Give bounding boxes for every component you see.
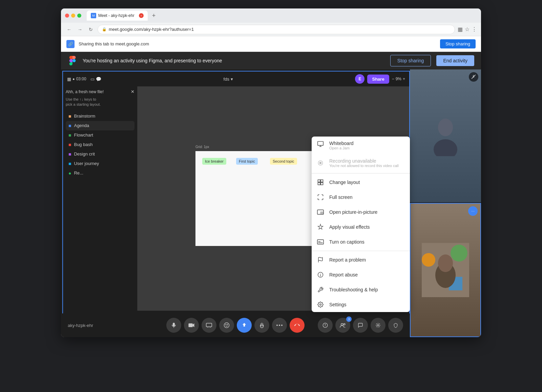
figma-avatar-small: ● [72,77,75,81]
browser-stop-sharing-button[interactable]: Stop sharing [440,39,476,48]
visual-effects-label: Apply visual effects [329,224,404,230]
zoom-in-button[interactable]: + [403,77,405,81]
menu-item-visual-effects[interactable]: Apply visual effects [312,220,410,234]
change-layout-label: Change layout [329,180,404,185]
figma-share-button[interactable]: Share [367,75,389,84]
new-tab-button[interactable]: + [149,11,159,20]
menu-item-change-layout[interactable]: Change layout [312,175,410,190]
chat-button[interactable] [353,318,368,333]
menu-item-troubleshooting[interactable]: Troubleshooting & help [312,282,410,297]
menu-divider-2 [312,251,410,251]
recording-sublabel: You're not allowed to record this video … [329,164,404,168]
panel-close-icon[interactable]: ✕ [131,89,134,94]
more-options-button[interactable] [272,318,287,333]
figma-left-panel: Ahh, a fresh new file! ✕ Use the ↑↓ keys… [63,86,138,311]
template-bugbash[interactable]: ■ Bug bash [66,140,134,149]
people-button[interactable]: 3 [335,318,350,333]
menu-item-report-problem[interactable]: Report a problem [312,252,410,267]
sticky-ice-breaker: Ice breaker [202,158,226,165]
zoom-out-button[interactable]: − [392,77,394,81]
svg-rect-43 [318,180,320,182]
svg-point-28 [227,324,228,325]
end-call-button[interactable] [290,318,305,333]
menu-item-full-screen[interactable]: Full screen [312,190,410,205]
end-activity-button[interactable]: End activity [436,55,474,66]
panel-subtitle: Use the ↑↓ keys topick a starting layout… [66,97,134,107]
re-icon: ● [68,170,71,176]
menu-item-settings[interactable]: Settings [312,297,410,312]
person-1-bg [410,69,481,202]
mute-overlay-1 [469,72,478,82]
share-screen-button[interactable] [237,318,252,333]
traffic-lights [65,14,81,18]
svg-rect-44 [321,180,323,182]
captions-label: Turn on captions [329,239,404,245]
flowchart-icon: ■ [68,132,71,138]
mic-button[interactable] [166,318,181,333]
sharing-text: Sharing this tab to meet.google.com [79,41,436,46]
menu-item-pip[interactable]: Open picture-in-picture [312,205,410,220]
tab-close-button[interactable]: × [139,13,144,18]
stop-sharing-meet-button[interactable]: Stop sharing [390,55,431,66]
troubleshooting-label: Troubleshooting & help [329,287,404,292]
info-button[interactable] [318,318,333,333]
template-userjourney[interactable]: ■ User journey [66,159,134,168]
svg-point-42 [319,162,321,164]
menu-item-report-abuse[interactable]: Report abuse [312,267,410,282]
minimize-window-button[interactable] [71,14,75,18]
whiteboard-icon [317,141,324,147]
url-bar[interactable]: 🔒 meet.google.com/aky-hzpk-ehr?authuser=… [98,25,455,34]
wrench-icon [317,286,324,293]
svg-point-37 [377,325,379,326]
tab-favicon: M [91,13,96,18]
template-label: Bug bash [74,142,92,147]
video-panels: ⋯ [410,69,481,337]
present-button[interactable] [202,318,216,333]
emoji-button[interactable] [219,318,234,333]
sticky-second-topic: Second topic [270,158,297,165]
template-flowchart[interactable]: ■ Flowchart [66,130,134,140]
panel-title: Ahh, a fresh new file! [66,89,104,94]
svg-point-29 [276,325,278,326]
zoom-value: 9% [396,77,401,81]
template-label: Design crit [74,151,95,157]
settings-label: Settings [329,302,404,307]
safety-button[interactable] [388,318,403,333]
template-designcrit[interactable]: ■ Design crit [66,149,134,159]
title-bar: M Meet - aky-hzpk-ehr × + [61,8,481,23]
raise-hand-button[interactable] [254,318,269,333]
menu-item-whiteboard[interactable]: Whiteboard Open a Jam [312,137,410,154]
maximize-window-button[interactable] [77,14,81,18]
menu-icon[interactable]: ⋮ [472,26,477,33]
browser-toolbar-icons: ▦ ☆ ⋮ [458,26,477,33]
template-brainstorm[interactable]: ■ Brainstorm [66,111,134,121]
template-re[interactable]: ● Re... [66,168,134,178]
figma-chat-icon[interactable]: 💬 [96,77,101,82]
menu-item-captions[interactable]: Turn on captions [312,234,410,249]
fullscreen-icon [317,194,324,201]
bottom-controls [166,318,305,333]
whiteboard-label: Whiteboard Open a Jam [329,141,404,150]
meet-main: ▦ ● 03:00 ▭ 💬 fds ▾ E Share − [61,69,481,337]
meet-bottom-bar: aky-hzpk-ehr [61,313,410,337]
figma-frame-icon[interactable]: ▭ [90,77,95,82]
activities-button[interactable] [371,318,385,333]
bookmark-icon[interactable]: ☆ [465,26,470,33]
close-window-button[interactable] [65,14,69,18]
fullscreen-label: Full screen [329,194,404,200]
figma-grid-icon[interactable]: ▦ [67,77,71,82]
video-panel-1 [410,69,481,202]
svg-rect-23 [206,323,212,327]
active-tab[interactable]: M Meet - aky-hzpk-ehr × [87,11,148,21]
back-button[interactable]: ← [65,25,73,34]
forward-button[interactable]: → [76,25,84,34]
cast-icon[interactable]: ▦ [458,26,463,33]
change-layout-icon [317,179,324,186]
reload-button[interactable]: ↻ [87,25,95,34]
svg-point-34 [325,324,325,325]
figma-right-tools: E Share − 9% + [355,74,405,84]
template-agenda[interactable]: ■ Agenda [66,121,134,130]
svg-rect-22 [188,324,192,327]
more-overlay-2[interactable]: ⋯ [468,206,478,216]
camera-button[interactable] [184,318,199,333]
